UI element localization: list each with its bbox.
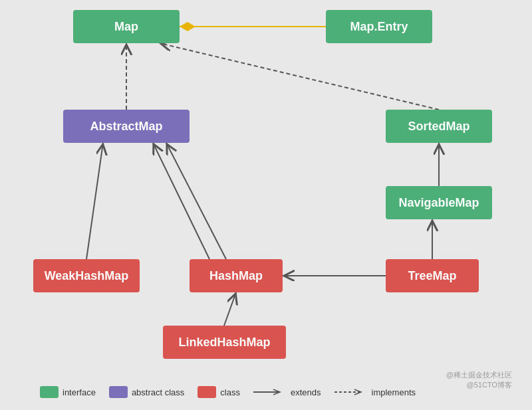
hashmap-to-abstractmap: [153, 143, 209, 259]
sortedmap-node: SortedMap: [386, 110, 492, 143]
legend-extends: extends: [253, 387, 321, 397]
sortedmap-to-map: [160, 43, 439, 110]
legend-abstract: abstract class: [109, 386, 184, 398]
hashmap-to-abstractmap2: [166, 143, 226, 259]
legend-implements: implements: [334, 387, 416, 397]
map-node: Map: [73, 10, 180, 43]
abstractmap-node: AbstractMap: [63, 110, 190, 143]
diagram-container: Map Map.Entry AbstractMap SortedMap Navi…: [0, 0, 532, 410]
map-entry-node: Map.Entry: [326, 10, 432, 43]
implements-arrow-svg: [334, 387, 368, 397]
legend-interface-box: [40, 386, 59, 398]
legend: interface abstract class class extends i…: [40, 386, 416, 398]
weakmap-to-abstractmap: [86, 143, 103, 259]
legend-class-box: [198, 386, 216, 398]
weakhashmap-node: WeakHashMap: [33, 259, 140, 292]
legend-class: class: [198, 386, 240, 398]
extends-arrow-svg: [253, 387, 287, 397]
linkedhashmap-to-hashmap: [224, 292, 236, 326]
treemap-node: TreeMap: [386, 259, 479, 292]
watermark: @稀土掘金技术社区 @51CTO博客: [446, 370, 512, 390]
legend-interface: interface: [40, 386, 96, 398]
hashmap-node: HashMap: [190, 259, 283, 292]
aggregation-diamond: [180, 22, 196, 31]
legend-abstract-box: [109, 386, 128, 398]
linkedhashmap-node: LinkedHashMap: [163, 326, 286, 359]
navigablemap-node: NavigableMap: [386, 186, 492, 219]
